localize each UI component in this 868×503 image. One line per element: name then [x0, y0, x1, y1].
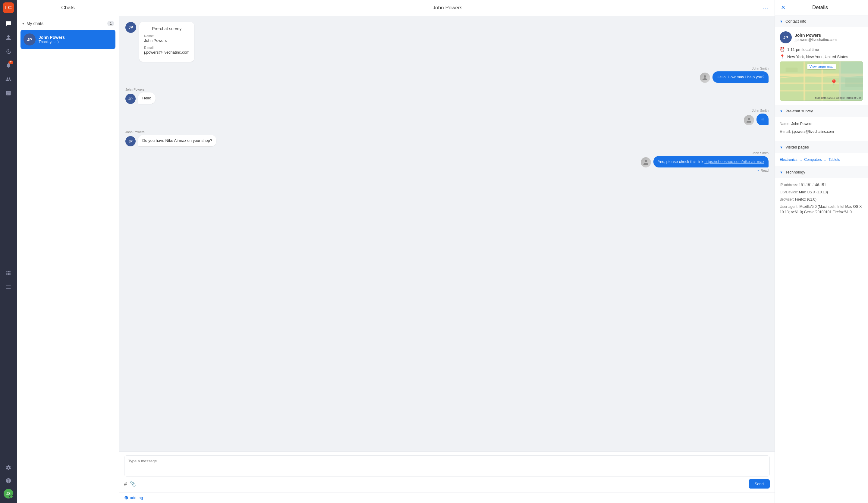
survey-email-value2: j.powers@livechatinc.com [792, 129, 834, 134]
prechat-name-label: Name: [144, 34, 189, 38]
browser-row: Browser: Firefox (61.0) [780, 197, 863, 202]
nav-team-icon[interactable] [2, 73, 14, 85]
visited-link-electronics[interactable]: Electronics [780, 158, 797, 162]
ip-value2: 191.181.146.151 [799, 183, 826, 187]
user-avatar: JS [3, 489, 13, 499]
details-header: ✕ Details [775, 0, 868, 15]
nav-help-icon[interactable] [2, 475, 14, 487]
prechat-title: Pre-chat survey [144, 26, 189, 31]
input-icons: # 📎 [124, 481, 136, 487]
contact-name-email: John Powers j.powers@livechatinc.com [795, 33, 837, 42]
visited-pages-body: Electronics :: Computers :: Tablets [775, 153, 868, 166]
location-value: New York, New York, United States [787, 54, 848, 59]
visited-pages-title: Visited pages [785, 145, 809, 149]
nav-chats-icon[interactable] [2, 18, 14, 30]
nav-user-avatar[interactable]: JS [2, 488, 14, 500]
ip-row: IP address: 191.181.146.151 [780, 182, 863, 188]
local-time-value: 1:11 pm local time [787, 47, 819, 52]
message-input[interactable] [124, 455, 770, 476]
map-pin: 📍 [830, 79, 838, 87]
clock-icon: ⏰ [780, 47, 785, 52]
agent-avatar-1 [700, 73, 710, 83]
hashtag-button[interactable]: # [124, 481, 127, 487]
nav-reports2-icon[interactable] [2, 281, 14, 293]
msg-bubble-wrap-4: JP Do you have Nike Airmax on your shop? [125, 135, 216, 146]
my-chats-bar: ▼ My chats 1 [21, 18, 115, 29]
chat-main: John Powers ⋯ JP Pre-chat survey Name: J… [119, 0, 775, 503]
attach-button[interactable]: 📎 [130, 481, 136, 487]
link-sep-1: :: [799, 157, 802, 162]
nav-settings-icon[interactable] [2, 462, 14, 474]
input-area: # 📎 Send [119, 451, 775, 492]
details-close-button[interactable]: ✕ [781, 4, 785, 11]
more-options-button[interactable]: ⋯ [763, 4, 768, 11]
message-row-3: John Smith Hi [125, 109, 768, 125]
my-chats-section: ▼ My chats 1 JP John Powers Thank you :) [17, 16, 119, 53]
technology-chevron: ▼ [780, 170, 783, 174]
useragent-row: User agent: Mozilla/5.0 (Macintosh; Inte… [780, 204, 863, 215]
incoming-avatar-4: JP [125, 136, 136, 146]
map-footer: Map data ©2018 Google Terms of Use [815, 96, 861, 99]
map-container: View larger map 📍 Map data ©2018 Google … [780, 61, 863, 101]
agent-avatar-3 [744, 115, 754, 125]
prechat-survey-chevron: ▼ [780, 109, 783, 113]
chat-info: John Powers Thank you :) [39, 35, 112, 44]
contact-info-section: ▼ Contact info JP John Powers j.powers@l… [775, 15, 868, 105]
messages-area: JP Pre-chat survey Name: John Powers E-m… [119, 16, 775, 451]
my-chats-label[interactable]: ▼ My chats [22, 21, 43, 26]
details-panel: ✕ Details ▼ Contact info JP John Powers … [775, 0, 868, 503]
contact-info-header[interactable]: ▼ Contact info [775, 15, 868, 27]
visited-pages-header[interactable]: ▼ Visited pages [775, 141, 868, 153]
sender-name-5: John Smith [752, 151, 768, 155]
os-label: OS/Device: [780, 190, 798, 194]
msg-bubble-wrap-3: Hi [744, 114, 768, 125]
chat-preview: Thank you :) [39, 40, 112, 44]
msg-bubble-wrap-1: Hello. How may I help you? [700, 71, 768, 83]
visited-pages-chevron: ▼ [780, 146, 783, 149]
chat-topbar-actions: ⋯ [763, 4, 768, 11]
message-row-2: John Powers JP Hello [125, 88, 768, 104]
survey-email-row: E-mail: j.powers@livechatinc.com [780, 129, 863, 134]
prechat-survey-header[interactable]: ▼ Pre-chat survey [775, 105, 868, 117]
technology-header[interactable]: ▼ Technology [775, 166, 868, 178]
prechat-survey-body: Name: John Powers E-mail: j.powers@livec… [775, 117, 868, 141]
contact-email: j.powers@livechatinc.com [795, 38, 837, 42]
nav-contacts-icon[interactable] [2, 32, 14, 44]
prechat-avatar: JP [125, 22, 136, 33]
os-value2: Mac OS X (10.13) [799, 190, 828, 194]
map-view-larger[interactable]: View larger map [807, 64, 836, 69]
app-logo: LC [3, 2, 14, 13]
chat-item-john-powers[interactable]: JP John Powers Thank you :) [21, 30, 115, 49]
agent-avatar-5 [641, 157, 651, 167]
prechat-email-value: j.powers@livechatinc.com [144, 50, 189, 54]
chats-panel: Chats ▼ My chats 1 JP John Powers Thank … [17, 0, 119, 503]
nav-history-icon[interactable] [2, 45, 14, 57]
add-tag-button[interactable]: ⊕ [124, 495, 128, 501]
survey-name-row: Name: John Powers [780, 121, 863, 126]
prechat-survey-section: ▼ Pre-chat survey Name: John Powers E-ma… [775, 105, 868, 141]
prechat-email-label: E-mail: [144, 46, 189, 49]
svg-rect-4 [804, 62, 805, 101]
visited-link-computers[interactable]: Computers [804, 158, 822, 162]
nav-reports-icon[interactable] [2, 87, 14, 99]
visited-links-row: Electronics :: Computers :: Tablets [780, 157, 863, 162]
chat-avatar: JP [23, 33, 35, 45]
visited-link-tablets[interactable]: Tablets [828, 158, 840, 162]
local-time-row: ⏰ 1:11 pm local time [780, 47, 863, 52]
nav-apps-icon[interactable] [2, 267, 14, 279]
contact-info-body: JP John Powers j.powers@livechatinc.com … [775, 27, 868, 105]
sender-name-1: John Smith [752, 66, 768, 70]
location-icon: 📍 [780, 54, 785, 59]
send-button[interactable]: Send [749, 479, 770, 489]
visited-pages-section: ▼ Visited pages Electronics :: Computers… [775, 141, 868, 166]
nike-link[interactable]: https://shoeshop.com/nike-air-max [704, 159, 764, 164]
browser-value2: Firefox (61.0) [795, 197, 816, 201]
nav-notifications-icon[interactable]: 7 [2, 59, 14, 71]
input-actions: # 📎 Send [124, 479, 770, 489]
message-row-5: John Smith Yes, please check this link h… [125, 151, 768, 172]
msg-bubble-wrap-2: JP Hello [125, 93, 156, 104]
technology-body: IP address: 191.181.146.151 OS/Device: M… [775, 178, 868, 221]
chat-topbar-name: John Powers [433, 5, 462, 11]
useragent-label: User agent: [780, 205, 798, 209]
msg-bubble-1: Hello. How may I help you? [712, 71, 768, 83]
